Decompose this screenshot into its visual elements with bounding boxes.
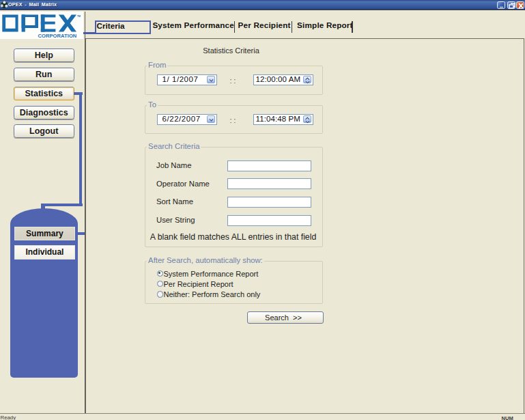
svg-text:TM: TM [77,14,81,17]
svg-text:CORPORATION: CORPORATION [38,32,76,38]
